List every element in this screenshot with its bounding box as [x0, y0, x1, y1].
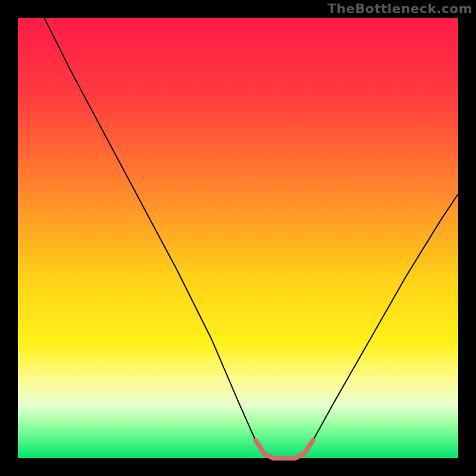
bottleneck-chart: [0, 0, 476, 476]
watermark-text: TheBottleneck.com: [327, 1, 472, 16]
plot-background: [18, 18, 458, 458]
chart-frame: { "watermark": "TheBottleneck.com", "cha…: [0, 0, 476, 476]
